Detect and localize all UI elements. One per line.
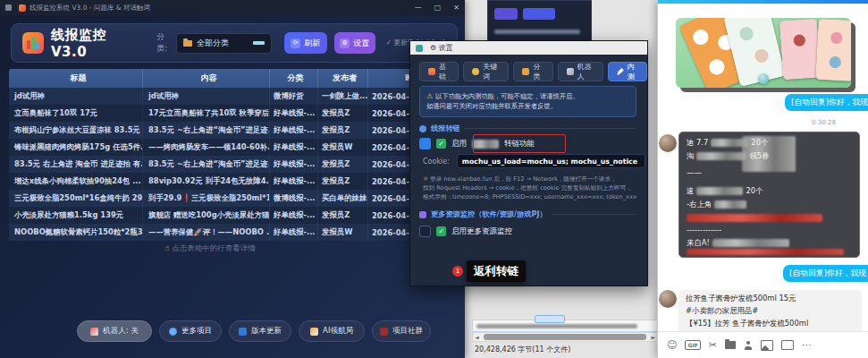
- table-row[interactable]: 增达x线条小狗棉柔软抽90抽24包 ... 88vip30.92元 到手24包无…: [9, 173, 456, 190]
- cell-title: 锋味派黑猪肉烤肉烤肠175g 任选5件...: [9, 139, 143, 156]
- avatar[interactable]: [659, 134, 677, 152]
- fragment-button[interactable]: [494, 8, 518, 20]
- folder-icon: [522, 68, 529, 75]
- screenshot-scissors-icon[interactable]: ✂: [709, 340, 717, 350]
- settings-button[interactable]: ⚙ 设置: [334, 32, 375, 54]
- incoming-message[interactable]: 拉芳鱼子酱膏护发梳500ml 15元 #小卖部の家居用品# 【¥15】拉芳 鱼子…: [678, 290, 862, 335]
- cell-category: 好单线报-...: [270, 224, 318, 241]
- hint-text: 点击表格中的行查看详情: [172, 243, 256, 252]
- category-dropdown[interactable]: 全部分类: [176, 33, 272, 54]
- refresh-button[interactable]: ⟳ 刷新: [284, 32, 327, 54]
- contact-card-icon[interactable]: [744, 341, 753, 350]
- cell-title: jd试用神: [9, 88, 143, 105]
- version-update-button[interactable]: 版本更新: [229, 320, 291, 342]
- checkbox-checked[interactable]: ✓: [436, 139, 446, 149]
- scroll-left-icon[interactable]: ◄: [473, 334, 481, 340]
- cell-content: ——烤肉烤肠发车——领140-60补...: [143, 139, 270, 156]
- redacted-link[interactable]: [687, 249, 844, 255]
- app-logo-icon: [22, 32, 44, 54]
- cell-category: 好单线报-...: [270, 139, 318, 156]
- ai-navigator-button[interactable]: AI领航局: [299, 320, 365, 342]
- gif-icon[interactable]: GIF: [685, 340, 700, 350]
- incoming-message-highlighted[interactable]: 迪 7.720个 淘领5券 —— 速20个 -右上角 -------------…: [678, 132, 860, 258]
- table-row[interactable]: 83.5元 右上角进 淘金币 进足迹拍 有... 83.5元 ~右上角进“淘金币…: [9, 156, 456, 173]
- cell-title: 83.5元 右上角进 淘金币 进足迹拍 有...: [9, 156, 143, 173]
- community-button[interactable]: 项目社群: [372, 320, 431, 342]
- maximize-button[interactable]: □: [434, 4, 442, 12]
- more-projects-button[interactable]: 更多项目: [159, 320, 222, 342]
- fragment-button[interactable]: [523, 8, 555, 20]
- cell-content: 88vip30.92元 到手24包无故障4.48...: [143, 173, 270, 190]
- table-row[interactable]: 三元极致全脂250ml*16盒纯牛奶 29.... 到手29.9❗三元极致全脂2…: [9, 190, 456, 207]
- table-row[interactable]: 布根妈山宁参冰丝大豆蛋凉袜 83.5元 83.5元 ~右上角进“淘金币”进足迹.…: [9, 122, 456, 139]
- red-packet-icon: [380, 328, 388, 336]
- close-button[interactable]: ✕: [453, 4, 459, 12]
- checkbox-checked[interactable]: ✓: [436, 226, 446, 236]
- footer-button-label: 更多项目: [181, 326, 212, 337]
- cookie-row: Cookie: mochu_us_load=mochu_us; mochu_us…: [423, 154, 645, 168]
- footer-button-label: 版本更新: [251, 326, 282, 337]
- table-row[interactable]: 锋味派黑猪肉烤肉烤肠175g 任选5件... ——烤肉烤肠发车——领140-60…: [9, 139, 456, 156]
- tab-keywords[interactable]: 关键词: [463, 62, 509, 81]
- col-header-publisher: 发布者: [318, 69, 368, 88]
- cookie-tip-line: 找到 Request Headers → cookie，把整段 cookie 完…: [423, 184, 637, 192]
- bulb-icon: ☼: [423, 175, 428, 183]
- scroll-right-icon[interactable]: ►: [649, 334, 657, 340]
- pencil-icon: [617, 68, 624, 75]
- pointer-icon: ☝: [164, 243, 169, 252]
- horizontal-scrollbar[interactable]: ◄ ►: [472, 332, 658, 342]
- cell-category: 好单线报-...: [270, 156, 318, 173]
- file-list-row[interactable]: [472, 320, 658, 332]
- avatar[interactable]: [659, 290, 677, 308]
- cell-content: 83.5元 ~右上角进“淘金币”进足迹...: [143, 122, 270, 139]
- globe-icon: [169, 328, 177, 336]
- cookie-tip-line: 格式示例：timezone=8; PHPSESSID=xxx; username…: [423, 193, 637, 201]
- annotation-label: 返利转链: [467, 260, 526, 282]
- table-row[interactable]: NOOBO氨糖软骨素钙片150粒*2瓶3... ——营养保健🚀评！——NOOBO…: [9, 224, 456, 241]
- more-icon[interactable]: ⋯: [802, 340, 812, 350]
- outgoing-bubble[interactable]: [自动回复]你好，我现: [785, 94, 868, 111]
- cell-category: 好单线报-...: [270, 207, 318, 224]
- color-swatch[interactable]: [419, 138, 431, 149]
- redacted-link[interactable]: [687, 214, 822, 222]
- enable-link-conversion-row: ✓ 启用 转链功能: [419, 138, 535, 149]
- table-row[interactable]: jd试用神 jd试用神 微博好货 一剑陕上做... 2026-04-22 21:…: [9, 88, 456, 105]
- cookie-tip-line: ☼ 登录 new.xianbao.fun 后，按 F12 → Network，随…: [423, 175, 637, 183]
- msg-text: 速: [687, 186, 694, 196]
- chat-window: [自动回复]你好，我现 0:30:28 迪 7.720个 淘领5券 —— 速20…: [657, 0, 868, 358]
- window-title: 线报监控系统 V3.0 - 问题库 & 对话触词: [29, 4, 150, 13]
- msg-text: #小卖部の家居用品#: [686, 306, 758, 316]
- cell-title: 布根妈山宁参冰丝大豆蛋凉袜 83.5元: [9, 122, 143, 139]
- robot-toggle-button[interactable]: 机器人: 关: [77, 320, 152, 342]
- cell-title: NOOBO氨糖软骨素钙片150粒*2瓶3...: [9, 224, 143, 241]
- fragment-text-blur: [494, 30, 580, 34]
- scrollbar-thumb[interactable]: [484, 334, 647, 340]
- app-title: 线报监控 V3.0: [51, 27, 122, 60]
- screen-share-icon[interactable]: [781, 340, 794, 350]
- cell-content: 到手29.9❗三元极致全脂250ml*16...: [143, 190, 270, 207]
- checkbox-unchecked[interactable]: [419, 226, 431, 237]
- cookie-input[interactable]: mochu_us_load=mochu_us; mochu_us_notice: [457, 154, 645, 168]
- tab-categories[interactable]: 分类: [513, 62, 552, 81]
- tab-beta[interactable]: 内测: [608, 62, 647, 81]
- section-more-resources: 更多资源监控（软件/资源/游戏PJ）: [419, 209, 636, 219]
- sticker-image-message[interactable]: [676, 18, 851, 88]
- msg-text: -右上角: [687, 200, 712, 209]
- outgoing-bubble[interactable]: [自动回复]你好，我现: [783, 265, 868, 282]
- message-timestamp: 0:30:28: [812, 119, 836, 126]
- msg-text: 迪 7.7: [687, 138, 708, 148]
- table-row[interactable]: 小壳淡尿处方猫粮1.5kg 139元 旗舰店 赠送吃100g小壳淡尿处方猫粮..…: [9, 207, 456, 224]
- link-icon: [419, 125, 426, 132]
- tab-basic[interactable]: 基础: [419, 62, 459, 81]
- refresh-icon: ⟳: [291, 38, 300, 48]
- robot-icon: [567, 68, 574, 75]
- tab-robot[interactable]: 机器人: [558, 62, 603, 81]
- emoji-icon[interactable]: ☺: [667, 340, 677, 350]
- table-row[interactable]: 立而奥船袜了10双 17元 17元立而奥船袜了共10双 秋季穿后石... 好单线…: [9, 105, 456, 122]
- minimize-button[interactable]: —: [415, 4, 422, 12]
- beta-warning-box: ⚠以下功能为内测功能，可能不稳定，请谨慎开启。 如遇问题可关闭对应功能并联系开发…: [419, 86, 636, 117]
- chat-input-toolbar: ☺ GIF ✂ ⋯: [658, 331, 868, 358]
- file-icon[interactable]: [725, 341, 736, 349]
- image-icon[interactable]: [761, 340, 773, 351]
- tab-label: 关键词: [483, 62, 500, 81]
